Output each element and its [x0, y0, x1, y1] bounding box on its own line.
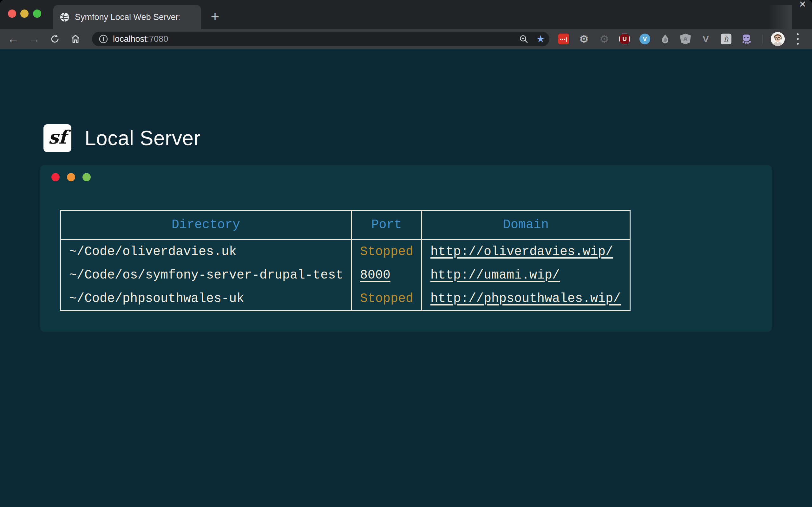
- extensions-area: •••| ⚙ ⚙ U V A V h: [558, 29, 752, 49]
- home-icon: [70, 34, 81, 44]
- domain-link[interactable]: http://umami.wip/: [430, 268, 560, 282]
- home-button[interactable]: [68, 29, 83, 49]
- domain-link[interactable]: http://oliverdavies.wip/: [430, 245, 613, 259]
- url-text: localhost:7080: [113, 34, 168, 44]
- lastpass-icon[interactable]: •••|: [558, 34, 569, 44]
- url-host: localhost: [113, 34, 147, 44]
- port-link[interactable]: 8000: [360, 268, 391, 282]
- zoom-in-icon[interactable]: [519, 35, 528, 43]
- ublock-icon[interactable]: U: [619, 34, 630, 44]
- brand-header: sf Local Server: [44, 124, 200, 152]
- directory-cell: ~/Code/os/symfony-server-drupal-test: [61, 263, 351, 287]
- symfony-logo: sf: [44, 124, 71, 152]
- octocat-icon[interactable]: [741, 34, 752, 44]
- tab-strip: Symfony Local Web Server: Prox ✕ +: [0, 0, 812, 29]
- card-dot-green: [83, 173, 91, 181]
- browser-toolbar: ← → localhost:7080: [0, 29, 812, 49]
- port-status: Stopped: [351, 287, 421, 310]
- new-tab-button[interactable]: +: [208, 10, 222, 24]
- reload-icon: [50, 34, 60, 44]
- window-minimize-button[interactable]: [20, 9, 29, 18]
- browser-window: Symfony Local Web Server: Prox ✕ + ← →: [0, 0, 812, 507]
- column-header-domain: Domain: [421, 211, 629, 240]
- address-bar[interactable]: localhost:7080 ★: [92, 32, 549, 46]
- card-dot-red: [51, 173, 60, 181]
- drupal-drop-icon[interactable]: [660, 34, 670, 44]
- gear-disabled-icon[interactable]: ⚙: [599, 34, 610, 44]
- page-content: sf Local Server Directory Port Domain ~/…: [0, 49, 812, 507]
- vue-icon[interactable]: V: [700, 34, 711, 44]
- directory-cell: ~/Code/phpsouthwales-uk: [61, 287, 351, 310]
- window-maximize-button[interactable]: [33, 9, 41, 18]
- servers-table: Directory Port Domain ~/Code/oliverdavie…: [60, 210, 630, 311]
- port-status: Stopped: [351, 240, 421, 263]
- domain-link[interactable]: http://phpsouthwales.wip/: [430, 291, 621, 306]
- bookmark-star-icon[interactable]: ★: [537, 34, 545, 44]
- site-info-icon[interactable]: [99, 35, 108, 43]
- window-close-button[interactable]: [8, 9, 16, 18]
- page-title: Local Server: [85, 126, 200, 150]
- column-header-port: Port: [351, 211, 421, 240]
- script-h-icon[interactable]: h: [721, 34, 731, 44]
- card-dot-orange: [67, 173, 75, 181]
- forward-button[interactable]: →: [27, 29, 41, 49]
- column-header-directory: Directory: [61, 211, 351, 240]
- tab-close-icon[interactable]: ✕: [799, 0, 806, 9]
- browser-tab[interactable]: Symfony Local Web Server: Prox: [53, 5, 201, 29]
- back-button[interactable]: ←: [6, 29, 20, 49]
- url-port: :7080: [147, 34, 168, 44]
- tab-title-fade: [769, 5, 792, 29]
- vimium-icon[interactable]: V: [640, 34, 650, 44]
- globe-icon: [60, 12, 70, 22]
- tab-title: Symfony Local Web Server: Prox: [75, 12, 180, 22]
- toolbar-separator: [763, 35, 763, 43]
- directory-cell: ~/Code/oliverdavies.uk: [61, 240, 351, 263]
- angular-shield-icon[interactable]: A: [680, 34, 691, 44]
- profile-avatar[interactable]: [771, 32, 785, 46]
- browser-menu-button[interactable]: [796, 33, 800, 45]
- gear-icon[interactable]: ⚙: [578, 34, 589, 44]
- reload-button[interactable]: [48, 29, 62, 49]
